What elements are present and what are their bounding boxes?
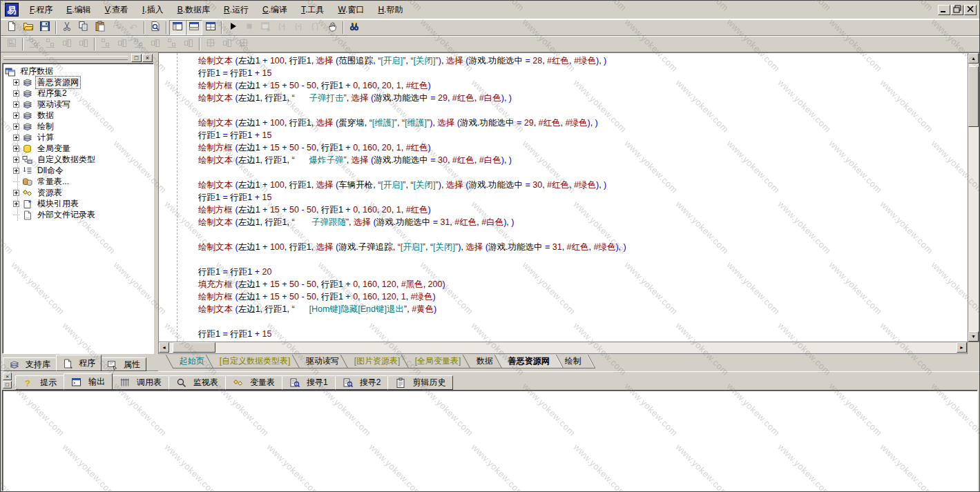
vscroll-thumb[interactable]: [968, 66, 979, 127]
align-a-button[interactable]: [97, 37, 114, 52]
wleft-button[interactable]: [169, 20, 186, 35]
panel-tab-2[interactable]: 调用表: [112, 375, 169, 390]
tree-item-1[interactable]: 善恶资源网: [5, 77, 153, 88]
menu-item-4[interactable]: B.数据库: [171, 1, 217, 19]
side-tab-1[interactable]: 程序: [56, 355, 102, 371]
vscroll-track[interactable]: [968, 63, 979, 331]
expand-plus-icon[interactable]: [13, 112, 19, 119]
binoc-button[interactable]: ?: [346, 20, 363, 35]
paste-button[interactable]: [92, 20, 108, 35]
align-b-button[interactable]: [180, 37, 197, 52]
hscroll-thumb[interactable]: [173, 342, 215, 353]
close-button[interactable]: [964, 5, 977, 15]
align-a-button[interactable]: [164, 37, 180, 52]
tree-item-2[interactable]: 程序集2: [5, 88, 153, 99]
new-button[interactable]: [3, 20, 20, 35]
tree-item-7[interactable]: 全局变量: [5, 143, 153, 154]
output-area[interactable]: [2, 390, 978, 491]
restore-button[interactable]: [951, 5, 963, 15]
cut-button[interactable]: [59, 20, 75, 35]
expand-plus-icon[interactable]: [13, 135, 19, 141]
minimize-button[interactable]: [938, 5, 950, 15]
tree-item-3[interactable]: 驱动读写: [5, 99, 153, 110]
panel-tab-5[interactable]: 搜寻1: [282, 375, 336, 390]
scroll-up-button[interactable]: ▲: [968, 53, 979, 63]
menu-item-7[interactable]: T.工具: [294, 1, 331, 19]
horizontal-scrollbar[interactable]: ◄ ►: [158, 342, 968, 354]
menu-item-5[interactable]: R.运行: [217, 1, 256, 19]
panel-tab-1[interactable]: 输出: [64, 373, 113, 390]
run-button[interactable]: [224, 20, 241, 35]
stop-button[interactable]: [241, 20, 258, 35]
undo-button[interactable]: ↶: [125, 20, 142, 35]
dbgwin-button[interactable]: [258, 20, 274, 35]
find-button[interactable]: [147, 20, 164, 35]
wgrid-button[interactable]: [202, 20, 219, 35]
panel-tab-0[interactable]: ?提示: [15, 375, 64, 390]
save-button[interactable]: [37, 20, 53, 35]
tree-item-4[interactable]: 数据: [5, 110, 153, 121]
align-b-button[interactable]: [59, 37, 75, 52]
doc-tab-6[interactable]: 善恶资源网: [494, 355, 564, 368]
drag-grip[interactable]: [3, 56, 128, 60]
align-c-button[interactable]: [236, 37, 252, 52]
sidebar-close-button[interactable]: ×: [142, 54, 153, 62]
panel-tab-3[interactable]: 监视表: [169, 375, 226, 390]
tree-item-9[interactable]: Dll命令: [5, 165, 153, 176]
align-b-button[interactable]: [75, 37, 92, 52]
scroll-right-button[interactable]: ►: [957, 342, 967, 353]
align-a-button[interactable]: [131, 37, 147, 52]
redo-button[interactable]: ↷: [108, 20, 125, 35]
open-button[interactable]: [20, 20, 37, 35]
expand-plus-icon[interactable]: [13, 157, 19, 163]
expand-plus-icon[interactable]: [13, 190, 19, 196]
copy-button[interactable]: [75, 20, 92, 35]
align-b-button[interactable]: [114, 37, 131, 52]
vertical-scrollbar[interactable]: ▲ ▼: [968, 52, 979, 342]
menu-item-1[interactable]: E.编辑: [59, 1, 97, 19]
tree-item-0[interactable]: 程序数据: [5, 66, 153, 77]
menu-item-3[interactable]: I.插入: [135, 1, 171, 19]
expand-plus-icon[interactable]: [13, 201, 19, 207]
dbgout-button[interactable]: { }: [291, 20, 307, 35]
wbottom-button[interactable]: [186, 20, 202, 35]
dbgover-button[interactable]: { }: [307, 20, 324, 35]
expand-plus-icon[interactable]: [13, 90, 19, 97]
align-b-button[interactable]: [219, 37, 236, 52]
tree-item-10[interactable]: 常量表...: [5, 176, 153, 187]
expand-plus-icon[interactable]: [13, 101, 19, 108]
menu-item-8[interactable]: W.窗口: [331, 1, 371, 19]
hscroll-track[interactable]: [169, 342, 957, 353]
align-a-button[interactable]: [26, 37, 42, 52]
tree-item-8[interactable]: 自定义数据类型: [5, 154, 153, 165]
tree-item-5[interactable]: 绘制: [5, 121, 153, 132]
tree-item-12[interactable]: 模块引用表: [5, 198, 153, 209]
tree-item-6[interactable]: 计算: [5, 132, 153, 143]
panel-tab-4[interactable]: 变量表: [225, 375, 282, 390]
expand-plus-icon[interactable]: [13, 124, 19, 130]
code-editor[interactable]: 绘制文本 (左边1 + 100, 行距1, 选择 (范围追踪, “[开启]”, …: [158, 52, 968, 342]
panel-tab-6[interactable]: 搜寻2: [335, 375, 389, 390]
expand-plus-icon[interactable]: [13, 146, 19, 152]
align-b-button[interactable]: [147, 37, 164, 52]
close-panel-button[interactable]: ×: [3, 373, 12, 380]
tree-item-11[interactable]: 资源表: [5, 187, 153, 198]
panel-tab-7[interactable]: 剪辑历史: [387, 375, 453, 390]
scroll-left-button[interactable]: ◄: [159, 342, 169, 353]
menu-item-0[interactable]: F.程序: [23, 1, 59, 19]
menu-item-2[interactable]: V.查看: [98, 1, 135, 19]
align-c-button[interactable]: [202, 37, 219, 52]
sidebar-float-button[interactable]: □: [131, 54, 142, 62]
hand-button[interactable]: [324, 20, 340, 35]
expand-plus-icon[interactable]: [13, 79, 19, 86]
side-tab-0[interactable]: 支持库: [3, 357, 57, 371]
menu-item-6[interactable]: C.编译: [256, 1, 294, 19]
side-tab-2[interactable]: 属性: [101, 357, 146, 371]
expand-plus-icon[interactable]: [13, 168, 19, 174]
float-panel-button[interactable]: □: [3, 381, 12, 388]
tree-item-13[interactable]: 外部文件记录表: [5, 209, 153, 220]
doc-tab-1[interactable]: [自定义数据类型表]: [206, 355, 305, 368]
align-a-button[interactable]: [42, 37, 59, 52]
scroll-down-button[interactable]: ▼: [968, 331, 979, 342]
menu-item-9[interactable]: H.帮助: [371, 1, 410, 19]
